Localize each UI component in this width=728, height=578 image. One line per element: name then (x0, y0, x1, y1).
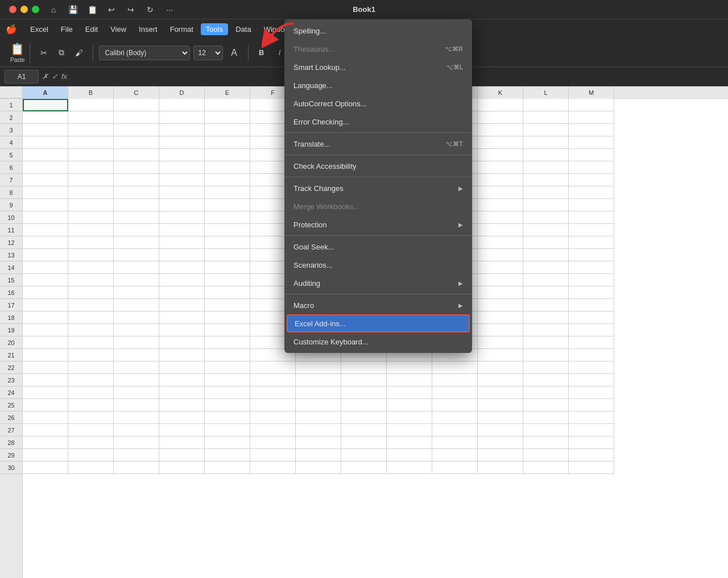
cell-D15[interactable] (159, 274, 205, 286)
cell-D28[interactable] (159, 436, 205, 449)
row-header-24[interactable]: 24 (0, 386, 22, 399)
cell-C2[interactable] (114, 111, 159, 124)
cell-L27[interactable] (523, 424, 569, 436)
cell-B19[interactable] (68, 324, 114, 336)
cell-J16[interactable] (432, 286, 478, 299)
cell-I30[interactable] (387, 461, 432, 474)
cell-M25[interactable] (569, 399, 614, 411)
col-header-J[interactable]: J (432, 86, 478, 99)
cell-D12[interactable] (159, 236, 205, 249)
cell-A4[interactable] (23, 136, 68, 149)
cell-F9[interactable] (250, 199, 296, 211)
cell-H21[interactable] (341, 349, 387, 361)
cell-M21[interactable] (569, 349, 614, 361)
cell-D8[interactable] (159, 186, 205, 199)
cell-B23[interactable] (68, 374, 114, 386)
cell-K6[interactable] (478, 161, 523, 174)
cell-F15[interactable] (250, 274, 296, 286)
cell-K4[interactable] (478, 136, 523, 149)
cell-G24[interactable] (296, 386, 341, 399)
cell-K22[interactable] (478, 361, 523, 374)
cell-B16[interactable] (68, 286, 114, 299)
cell-K28[interactable] (478, 436, 523, 449)
row-header-28[interactable]: 28 (0, 436, 22, 449)
cell-H16[interactable] (341, 286, 387, 299)
cell-I12[interactable] (387, 236, 432, 249)
cell-K14[interactable] (478, 261, 523, 274)
cell-C19[interactable] (114, 324, 159, 336)
cell-A12[interactable] (23, 236, 68, 249)
col-header-A[interactable]: A (23, 86, 68, 99)
cell-L4[interactable] (523, 136, 569, 149)
cell-L24[interactable] (523, 386, 569, 399)
cell-F8[interactable] (250, 186, 296, 199)
cell-I7[interactable] (387, 174, 432, 186)
cell-C11[interactable] (114, 224, 159, 236)
cell-H9[interactable] (341, 199, 387, 211)
cell-F12[interactable] (250, 236, 296, 249)
cell-E14[interactable] (205, 261, 250, 274)
cell-L29[interactable] (523, 449, 569, 461)
cell-H13[interactable] (341, 249, 387, 261)
cell-H10[interactable] (341, 211, 387, 224)
cell-A11[interactable] (23, 224, 68, 236)
row-header-7[interactable]: 7 (0, 174, 22, 186)
menu-data[interactable]: Data (230, 23, 256, 35)
row-header-21[interactable]: 21 (0, 349, 22, 361)
cell-H15[interactable] (341, 274, 387, 286)
cell-A14[interactable] (23, 261, 68, 274)
cell-K23[interactable] (478, 374, 523, 386)
cell-K9[interactable] (478, 199, 523, 211)
row-header-25[interactable]: 25 (0, 399, 22, 411)
formula-input[interactable] (71, 70, 723, 84)
home-icon[interactable]: ⌂ (46, 2, 61, 17)
cell-G14[interactable] (296, 261, 341, 274)
cell-D17[interactable] (159, 299, 205, 311)
row-header-2[interactable]: 2 (0, 111, 22, 124)
cell-I23[interactable] (387, 374, 432, 386)
cell-G1[interactable] (296, 99, 341, 111)
cell-I26[interactable] (387, 411, 432, 424)
cell-J5[interactable] (432, 149, 478, 161)
cell-H6[interactable] (341, 161, 387, 174)
cell-J21[interactable] (432, 349, 478, 361)
row-header-16[interactable]: 16 (0, 286, 22, 299)
cell-C30[interactable] (114, 461, 159, 474)
cell-A25[interactable] (23, 399, 68, 411)
cell-E16[interactable] (205, 286, 250, 299)
cell-B24[interactable] (68, 386, 114, 399)
cell-L28[interactable] (523, 436, 569, 449)
row-header-8[interactable]: 8 (0, 186, 22, 199)
cell-A21[interactable] (23, 349, 68, 361)
cell-B5[interactable] (68, 149, 114, 161)
cell-B6[interactable] (68, 161, 114, 174)
cell-B3[interactable] (68, 124, 114, 136)
cell-L10[interactable] (523, 211, 569, 224)
row-header-20[interactable]: 20 (0, 336, 22, 349)
cut-button[interactable]: ✂ (36, 45, 52, 61)
cell-J17[interactable] (432, 299, 478, 311)
cell-M17[interactable] (569, 299, 614, 311)
cell-H30[interactable] (341, 461, 387, 474)
cell-B26[interactable] (68, 411, 114, 424)
menu-format[interactable]: Format (165, 23, 198, 35)
cell-I13[interactable] (387, 249, 432, 261)
cell-E21[interactable] (205, 349, 250, 361)
cell-L7[interactable] (523, 174, 569, 186)
cell-K20[interactable] (478, 336, 523, 349)
cell-A28[interactable] (23, 436, 68, 449)
cell-C20[interactable] (114, 336, 159, 349)
cell-B2[interactable] (68, 111, 114, 124)
cell-reference-input[interactable] (5, 70, 39, 84)
cell-D26[interactable] (159, 411, 205, 424)
cell-G5[interactable] (296, 149, 341, 161)
cell-A1[interactable] (23, 99, 68, 111)
cell-G23[interactable] (296, 374, 341, 386)
cell-D1[interactable] (159, 99, 205, 111)
cell-J22[interactable] (432, 361, 478, 374)
cell-B18[interactable] (68, 311, 114, 324)
cell-K15[interactable] (478, 274, 523, 286)
cell-B28[interactable] (68, 436, 114, 449)
row-header-10[interactable]: 10 (0, 211, 22, 224)
cell-L8[interactable] (523, 186, 569, 199)
